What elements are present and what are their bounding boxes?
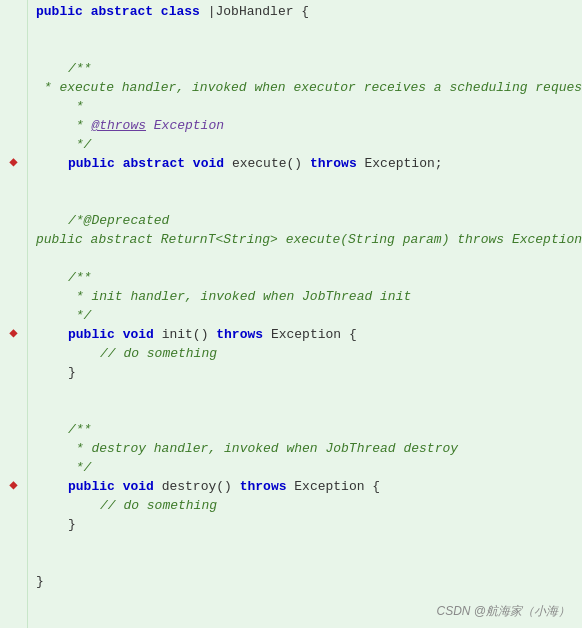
code-line-17: */ (36, 306, 574, 325)
kw-public3: public (68, 477, 115, 496)
code-line-27: // do something (36, 496, 574, 515)
code-line-18: public void init() throws Exception { (36, 325, 574, 344)
code-line-9: public abstract void execute() throws Ex… (36, 154, 574, 173)
code-line-29 (36, 534, 574, 553)
gutter-6 (7, 95, 21, 114)
comment-close3: */ (68, 458, 91, 477)
kw-void2: void (123, 325, 154, 344)
kw-public: public (68, 154, 115, 173)
gutter-21 (7, 380, 21, 399)
code-line-21 (36, 382, 574, 401)
code-line-11 (36, 192, 574, 211)
gutter-18: ◆ (7, 323, 21, 342)
gutter-26: ◆ (7, 475, 21, 494)
kw-public2: public (68, 325, 115, 344)
gutter-3 (7, 38, 21, 57)
watermark: CSDN @航海家（小海） (436, 603, 570, 620)
code-line-1: public abstract class |JobHandler { (36, 2, 574, 21)
gutter-30 (7, 551, 21, 570)
gutter-31 (7, 570, 21, 589)
gutter-11 (7, 190, 21, 209)
gutter-17 (7, 304, 21, 323)
comment-execute: * execute handler, invoked when executor… (36, 78, 582, 97)
comment-open3: /** (68, 420, 91, 439)
gutter-2 (7, 19, 21, 38)
code-line-12: /*@Deprecated (36, 211, 574, 230)
editor-container: ◆ ◆ ◆ public abstract class (0, 0, 582, 628)
code-line-26: public void destroy() throws Exception { (36, 477, 574, 496)
gutter-19 (7, 342, 21, 361)
gutter-25 (7, 456, 21, 475)
code-line-2 (36, 21, 574, 40)
code-line-5: * execute handler, invoked when executor… (36, 78, 574, 97)
code-line-15: /** (36, 268, 574, 287)
comment-open2: /** (68, 268, 91, 287)
gutter-10 (7, 171, 21, 190)
gutter-32 (7, 589, 21, 608)
kw-throws-2: throws (216, 325, 263, 344)
comment-deprecated-text: public abstract ReturnT<String> execute(… (36, 230, 582, 249)
gutter-24 (7, 437, 21, 456)
comment-deprecated: /*@Deprecated (68, 211, 169, 230)
gutter-1 (7, 0, 21, 19)
code-line-16: * init handler, invoked when JobThread i… (36, 287, 574, 306)
code-line-19: // do something (36, 344, 574, 363)
close-brace2: } (68, 515, 76, 534)
code-line-22 (36, 401, 574, 420)
annotation-throws: @throws (91, 116, 146, 135)
code-line-31: } (36, 572, 574, 591)
gutter-5 (7, 76, 21, 95)
comment-open: /** (68, 59, 91, 78)
gutter-16 (7, 285, 21, 304)
annotation-exception: Exception (146, 116, 224, 135)
comment-star: * (68, 97, 84, 116)
gutter-29 (7, 532, 21, 551)
gutter-22 (7, 399, 21, 418)
code-line-14 (36, 249, 574, 268)
code-line-30 (36, 553, 574, 572)
gutter-9: ◆ (7, 152, 21, 171)
comment-close2: */ (68, 306, 91, 325)
code-line-23: /** (36, 420, 574, 439)
code-line-25: */ (36, 458, 574, 477)
kw-abstract: abstract (123, 154, 185, 173)
final-close-brace: } (36, 572, 44, 591)
gutter-8 (7, 133, 21, 152)
code-line-10 (36, 173, 574, 192)
kw-void3: void (123, 477, 154, 496)
code-area[interactable]: public abstract class |JobHandler { /** … (28, 0, 582, 628)
close-brace1: } (68, 363, 76, 382)
code-line-7: * @throws Exception (36, 116, 574, 135)
comment-close: */ (68, 135, 91, 154)
comment-do-something1: // do something (100, 344, 217, 363)
code-line-28: } (36, 515, 574, 534)
gutter-14 (7, 247, 21, 266)
comment-do-something2: // do something (100, 496, 217, 515)
gutter-4 (7, 57, 21, 76)
gutter-12 (7, 209, 21, 228)
gutter-7 (7, 114, 21, 133)
gutter-27 (7, 494, 21, 513)
code-line-20: } (36, 363, 574, 382)
code-line-3 (36, 40, 574, 59)
keyword-public: public (36, 2, 83, 21)
gutter-13 (7, 228, 21, 247)
keyword-abstract: abstract (91, 2, 153, 21)
comment-init: * init handler, invoked when JobThread i… (68, 287, 411, 306)
code-line-24: * destroy handler, invoked when JobThrea… (36, 439, 574, 458)
class-name: |JobHandler { (208, 2, 309, 21)
gutter-28 (7, 513, 21, 532)
gutter-15 (7, 266, 21, 285)
code-line-6: * (36, 97, 574, 116)
comment-throws-prefix: * (68, 116, 91, 135)
comment-destroy: * destroy handler, invoked when JobThrea… (68, 439, 458, 458)
line-numbers: ◆ ◆ ◆ (0, 0, 28, 628)
kw-void: void (193, 154, 224, 173)
gutter-20 (7, 361, 21, 380)
keyword-class: class (161, 2, 200, 21)
kw-throws-1: throws (310, 154, 357, 173)
code-line-8: */ (36, 135, 574, 154)
kw-throws-3: throws (240, 477, 287, 496)
code-line-13: public abstract ReturnT<String> execute(… (36, 230, 574, 249)
code-line-4: /** (36, 59, 574, 78)
